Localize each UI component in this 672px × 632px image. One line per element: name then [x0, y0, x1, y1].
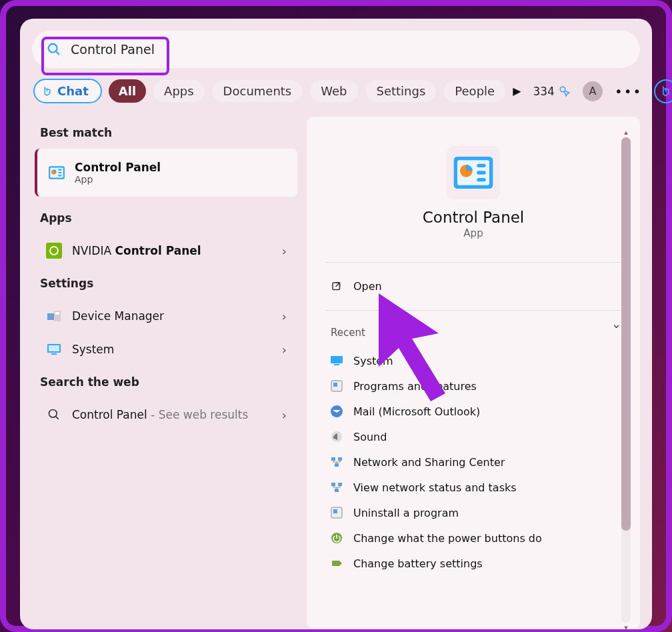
svg-rect-7: [58, 172, 61, 173]
search-input[interactable]: [71, 42, 625, 57]
svg-rect-36: [338, 483, 342, 486]
chat-pill[interactable]: Chat: [33, 79, 102, 103]
svg-rect-37: [335, 489, 339, 492]
chevron-right-icon: ›: [282, 408, 287, 422]
open-icon: [331, 281, 343, 293]
programs-icon: [329, 379, 344, 393]
filter-row: Chat All Apps Documents Web Settings Peo…: [32, 79, 640, 103]
svg-rect-16: [49, 345, 59, 351]
best-match-result[interactable]: Control Panel App: [35, 149, 297, 197]
svg-rect-13: [55, 312, 59, 315]
svg-rect-23: [477, 171, 485, 174]
best-match-title: Control Panel: [75, 161, 161, 174]
svg-rect-34: [335, 463, 339, 467]
best-match-sub: App: [75, 174, 287, 185]
filter-more-icon[interactable]: ▶: [513, 85, 521, 97]
svg-rect-33: [338, 457, 342, 461]
preview-app-icon: [447, 146, 500, 199]
chevron-right-icon: ›: [282, 244, 287, 258]
open-label: Open: [353, 280, 382, 293]
scrollbar[interactable]: ▴ ▾: [621, 137, 631, 623]
search-panel: Chat All Apps Documents Web Settings Peo…: [20, 19, 652, 629]
bing-chat-button[interactable]: [654, 79, 672, 103]
svg-rect-11: [47, 313, 54, 320]
svg-rect-32: [331, 457, 335, 461]
recent-view-network[interactable]: View network status and tasks: [325, 475, 621, 500]
svg-rect-22: [477, 164, 485, 167]
filter-settings[interactable]: Settings: [365, 79, 437, 103]
recent-sound[interactable]: Sound: [325, 424, 621, 449]
filter-web[interactable]: Web: [309, 79, 358, 103]
bing-icon: [41, 85, 53, 97]
battery-icon: [329, 556, 344, 571]
preview-sub: App: [325, 227, 621, 239]
sound-icon: [329, 429, 344, 444]
svg-point-17: [49, 410, 57, 418]
filter-documents[interactable]: Documents: [212, 79, 303, 103]
svg-rect-29: [333, 383, 337, 387]
system-icon: [329, 353, 344, 368]
svg-rect-39: [333, 509, 337, 513]
svg-rect-15: [51, 353, 57, 355]
svg-rect-6: [58, 169, 61, 171]
scroll-down-icon[interactable]: ▾: [621, 623, 631, 632]
filter-all[interactable]: All: [109, 79, 146, 103]
search-icon: [45, 406, 63, 423]
recent-programs-features[interactable]: Programs and Features: [325, 373, 621, 399]
result-nvidia-control-panel[interactable]: NVIDIA Control Panel ›: [35, 234, 297, 267]
recent-uninstall[interactable]: Uninstall a program: [325, 500, 621, 525]
mail-icon: [329, 404, 344, 419]
svg-rect-8: [58, 175, 61, 176]
result-system[interactable]: System ›: [35, 333, 297, 366]
device-manager-icon: [45, 307, 63, 325]
power-icon: [329, 531, 344, 545]
result-device-manager[interactable]: Device Manager ›: [35, 299, 297, 333]
chat-label: Chat: [57, 84, 89, 98]
svg-rect-26: [331, 356, 343, 363]
account-avatar[interactable]: A: [583, 81, 603, 101]
scroll-up-icon[interactable]: ▴: [621, 128, 631, 137]
result-web-search[interactable]: Control Panel - See web results ›: [35, 398, 297, 431]
points-value: 334: [533, 85, 554, 98]
recent-battery[interactable]: Change battery settings: [325, 551, 621, 576]
recent-system[interactable]: System: [325, 348, 621, 373]
apps-heading: Apps: [35, 197, 297, 234]
control-panel-icon: [48, 164, 65, 181]
svg-rect-42: [340, 562, 341, 565]
search-bar[interactable]: [32, 31, 640, 68]
results-column: Best match Control Panel App Apps NVIDIA…: [32, 117, 297, 629]
svg-rect-24: [477, 178, 485, 181]
rewards-icon: [559, 85, 571, 97]
recent-mail[interactable]: Mail (Microsoft Outlook): [325, 399, 621, 424]
chevron-right-icon: ›: [282, 343, 287, 357]
svg-point-2: [560, 87, 565, 92]
network-icon: [329, 455, 344, 469]
svg-rect-41: [332, 561, 340, 566]
system-icon: [45, 341, 63, 358]
filter-apps[interactable]: Apps: [153, 79, 205, 103]
programs-icon: [329, 505, 344, 520]
rewards-points[interactable]: 334: [533, 85, 570, 98]
chevron-right-icon: ›: [282, 309, 287, 323]
chevron-down-icon[interactable]: ⌄: [611, 317, 621, 331]
search-icon: [47, 42, 61, 57]
network-icon: [329, 480, 344, 495]
recent-power-buttons[interactable]: Change what the power buttons do: [325, 525, 621, 551]
settings-heading: Settings: [35, 267, 297, 299]
svg-line-18: [56, 417, 59, 419]
recent-heading: Recent: [325, 321, 621, 348]
web-heading: Search the web: [35, 366, 297, 398]
svg-line-1: [56, 51, 59, 55]
preview-column: Control Panel App Open ⌄ Recent System P…: [307, 117, 640, 629]
svg-rect-35: [331, 483, 335, 486]
svg-rect-9: [46, 243, 62, 259]
svg-rect-27: [334, 364, 339, 365]
nvidia-icon: [45, 242, 63, 259]
best-match-heading: Best match: [35, 122, 297, 149]
more-icon[interactable]: •••: [615, 83, 642, 99]
preview-title: Control Panel: [325, 209, 621, 226]
filter-people[interactable]: People: [443, 79, 506, 103]
recent-network-sharing[interactable]: Network and Sharing Center: [325, 449, 621, 475]
open-action[interactable]: Open: [325, 269, 621, 303]
scroll-thumb[interactable]: [621, 137, 631, 531]
